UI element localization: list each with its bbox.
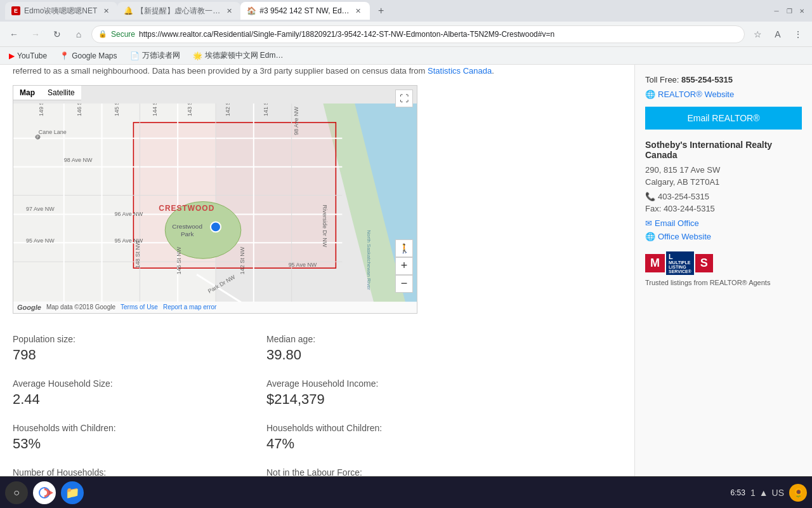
map-zoom-in-button[interactable]: + <box>395 257 413 275</box>
youtube-favicon: ▶ <box>9 51 15 60</box>
tab-3-favicon: 🏠 <box>247 6 256 15</box>
stat-without-children: Households without Children: 47% <box>266 415 520 460</box>
sunflower-icon: 🌻 <box>789 484 807 502</box>
toll-free-label: Toll Free: <box>645 75 679 84</box>
taskbar-files-button[interactable]: 📁 <box>61 481 84 504</box>
bookmark-gmaps-label: Google Maps <box>72 51 117 60</box>
svg-text:Cane Lane: Cane Lane <box>39 128 67 135</box>
svg-text:143 St NW: 143 St NW <box>187 104 193 116</box>
stat-labour-force-label: Not in the Labour Force: <box>266 467 520 477</box>
bookmark-wdds[interactable]: 📄 万德读者网 <box>126 49 184 62</box>
bookmark-gmaps[interactable]: 📍 Google Maps <box>56 50 121 62</box>
wifi-icon: ▲ <box>759 488 768 498</box>
svg-text:146 St NW: 146 St NW <box>176 246 182 274</box>
mls-multiple: MULTIPLE <box>669 260 691 265</box>
tab-1-close[interactable]: ✕ <box>101 6 111 16</box>
close-button[interactable]: ✕ <box>797 6 807 16</box>
report-map-error-link[interactable]: Report a map error <box>163 304 216 311</box>
google-logo: Google <box>17 304 41 311</box>
map-fullscreen-button[interactable]: ⛶ <box>395 90 413 107</box>
svg-text:Crestwood: Crestwood <box>172 223 202 230</box>
secure-label: Secure <box>111 30 135 39</box>
tab-3-title: #3 9542 142 ST NW, Ed… <box>259 6 349 15</box>
mls-trusted: Trusted listings from REALTOR® Agents <box>645 279 770 286</box>
stat-labour-force: Not in the Labour Force: 18% <box>266 460 520 477</box>
company-name: Sotheby's International Realty Canada <box>645 140 802 160</box>
bookmark-edbm[interactable]: 🌟 埃德蒙顿中文网 Edm… <box>189 49 287 62</box>
page-content: referred to as a small neighbourhood. Da… <box>0 65 812 476</box>
svg-text:141 St NW: 141 St NW <box>263 104 269 116</box>
forward-button[interactable]: → <box>27 25 44 43</box>
browser-frame: E Edmo诶咦嗯嗯嗯NET ✕ 🔔 【新提醒】虚心请教一… ✕ 🏠 #3 95… <box>0 0 812 508</box>
menu-button[interactable]: ⋮ <box>789 25 807 43</box>
new-tab-button[interactable]: + <box>372 2 390 20</box>
bookmark-star-button[interactable]: ☆ <box>749 25 766 43</box>
email-realtor-button[interactable]: Email REALTOR® <box>645 107 802 130</box>
stat-population-value: 798 <box>13 347 266 363</box>
stat-num-households-label: Number of Households: <box>13 467 266 477</box>
mls-s: S <box>695 254 713 272</box>
office-globe-icon: 🌐 <box>645 232 655 241</box>
translate-button[interactable]: A <box>769 25 787 43</box>
tab-3[interactable]: 🏠 #3 9542 142 ST NW, Ed… ✕ <box>240 2 369 20</box>
window-controls: ─ ❐ ✕ <box>771 6 807 16</box>
svg-text:142 St NW: 142 St NW <box>225 104 231 116</box>
locale-indicator: US <box>772 488 784 498</box>
office-website-link[interactable]: 🌐 Office Website <box>645 232 802 241</box>
svg-text:95 Ave NW: 95 Ave NW <box>289 262 317 268</box>
tab-3-close[interactable]: ✕ <box>353 6 363 16</box>
realtor-website-label: REALTOR® Website <box>658 90 734 99</box>
map-tab-map[interactable]: Map <box>13 86 41 100</box>
tab-2-favicon: 🔔 <box>124 6 133 15</box>
taskbar-clock: 6:53 <box>731 488 745 497</box>
stat-household-income-value: $214,379 <box>266 391 520 408</box>
stat-population: Population size: 798 <box>13 326 266 371</box>
terms-of-use-link[interactable]: Terms of Use <box>121 304 158 311</box>
svg-text:95 Ave NW: 95 Ave NW <box>26 237 55 244</box>
stat-household-size: Average Household Size: 2.44 <box>13 371 266 415</box>
reload-button[interactable]: ↻ <box>48 25 66 43</box>
bookmark-youtube[interactable]: ▶ YouTube <box>5 50 51 62</box>
tab-2[interactable]: 🔔 【新提醒】虚心请教一… ✕ <box>117 2 240 20</box>
back-button[interactable]: ← <box>5 25 23 43</box>
title-bar: E Edmo诶咦嗯嗯嗯NET ✕ 🔔 【新提醒】虚心请教一… ✕ 🏠 #3 95… <box>0 0 812 22</box>
statistics-canada-link[interactable]: Statistics Canada <box>428 66 492 76</box>
edbm-favicon: 🌟 <box>193 51 202 60</box>
svg-text:🅟: 🅟 <box>35 134 41 140</box>
stat-household-income: Average Household Income: $214,379 <box>266 371 520 415</box>
toll-free: Toll Free: 855-254-5315 <box>645 75 802 84</box>
taskbar-search-button[interactable]: ○ <box>5 481 28 504</box>
taskbar: ○ 📁 6:53 1 ▲ US 🌻 <box>0 476 812 508</box>
svg-text:North Saskatchewan River: North Saskatchewan River <box>366 230 372 290</box>
stat-median-age-value: 39.80 <box>266 347 520 363</box>
address-bar[interactable]: 🔒 Secure https://www.realtor.ca/Resident… <box>91 25 745 43</box>
svg-text:148 St NW: 148 St NW <box>134 240 141 268</box>
svg-text:CRESTWOOD: CRESTWOOD <box>159 204 214 213</box>
office-website-label: Office Website <box>658 232 711 241</box>
svg-point-17 <box>211 222 221 232</box>
email-icon: ✉ <box>645 218 652 228</box>
svg-point-45 <box>42 490 47 495</box>
mls-badge: M L MULTIPLE LISTING SERVICE® S <box>645 251 713 275</box>
realtor-website-link[interactable]: 🌐 REALTOR® Website <box>645 90 802 99</box>
mls-ls: L MULTIPLE LISTING SERVICE® <box>666 251 694 275</box>
home-button[interactable]: ⌂ <box>70 25 88 43</box>
bookmarks-bar: ▶ YouTube 📍 Google Maps 📄 万德读者网 🌟 埃德蒙顿中文… <box>0 47 812 65</box>
tab-1[interactable]: E Edmo诶咦嗯嗯嗯NET ✕ <box>5 2 117 20</box>
map-zoom-out-button[interactable]: − <box>395 275 413 293</box>
stat-with-children: Households with Children: 53% <box>13 415 266 460</box>
right-sidebar: Toll Free: 855-254-5315 🌐 REALTOR® Websi… <box>634 65 812 476</box>
map-svg: 98 Ave NW 98 Ave NW 97 Ave NW 95 Ave NW … <box>13 104 417 302</box>
lock-icon: 🔒 <box>98 30 107 38</box>
taskbar-chrome-button[interactable] <box>33 481 56 504</box>
restore-button[interactable]: ❐ <box>784 6 794 16</box>
mls-listing: LISTING <box>669 265 691 269</box>
email-office-label: Email Office <box>655 218 699 228</box>
map-tab-satellite[interactable]: Satellite <box>41 86 81 100</box>
bookmark-wdds-label: 万德读者网 <box>142 50 180 61</box>
tab-2-close[interactable]: ✕ <box>224 6 234 16</box>
email-office-link[interactable]: ✉ Email Office <box>645 218 802 228</box>
content-inner: referred to as a small neighbourhood. Da… <box>0 65 533 476</box>
minimize-button[interactable]: ─ <box>771 6 782 16</box>
map-streetview-button[interactable]: 🚶 <box>395 239 413 257</box>
